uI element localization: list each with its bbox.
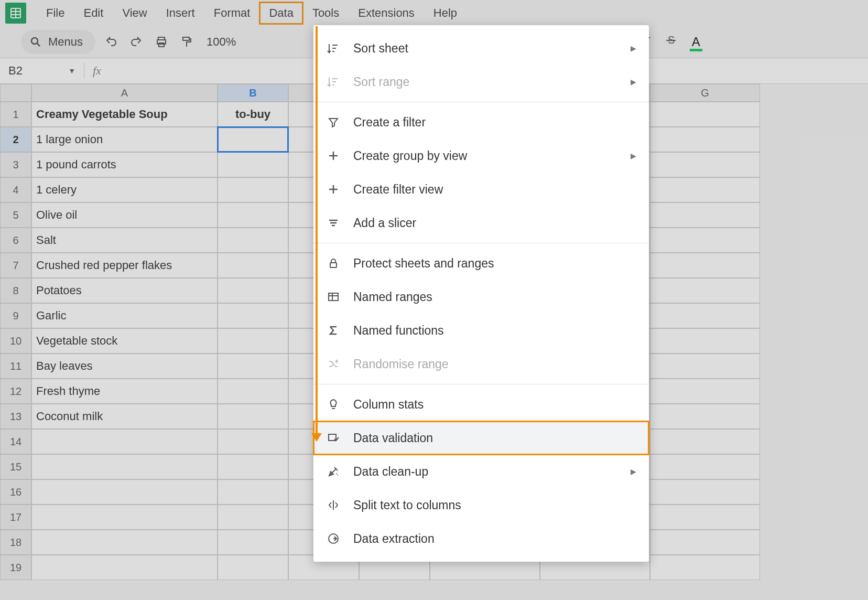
cell-B18[interactable] [218, 530, 288, 555]
row-header-6[interactable]: 6 [0, 228, 31, 253]
cell-B1[interactable]: to-buy [218, 102, 288, 127]
menu-file[interactable]: File [37, 2, 74, 24]
row-header-14[interactable]: 14 [0, 429, 31, 454]
menu-item-named-ranges[interactable]: Named ranges [313, 280, 649, 314]
cell-A17[interactable] [31, 505, 218, 530]
menu-edit[interactable]: Edit [74, 2, 113, 24]
row-header-7[interactable]: 7 [0, 253, 31, 278]
cell-G15[interactable] [650, 454, 760, 479]
row-header-18[interactable]: 18 [0, 530, 31, 555]
row-header-11[interactable]: 11 [0, 353, 31, 379]
cell-A11[interactable]: Bay leaves [31, 353, 218, 379]
row-header-1[interactable]: 1 [0, 102, 31, 127]
print-button[interactable] [152, 33, 171, 51]
redo-button[interactable] [127, 33, 146, 51]
cell-B5[interactable] [218, 202, 288, 228]
column-header-B[interactable]: B [218, 84, 288, 102]
cell-A13[interactable]: Coconut milk [31, 404, 218, 429]
cell-A3[interactable]: 1 pound carrots [31, 152, 218, 177]
undo-button[interactable] [102, 33, 121, 51]
menus-search[interactable]: Menus [21, 30, 95, 54]
strikethrough-button[interactable]: S [660, 34, 681, 50]
menu-tools[interactable]: Tools [303, 2, 349, 24]
cell-A7[interactable]: Crushed red pepper flakes [31, 253, 218, 278]
cell-G14[interactable] [650, 429, 760, 454]
cell-B10[interactable] [218, 328, 288, 353]
menu-view[interactable]: View [113, 2, 156, 24]
cell-G17[interactable] [650, 505, 760, 530]
menu-item-data-clean-up[interactable]: Data clean-up▶ [313, 455, 649, 488]
cell-B17[interactable] [218, 505, 288, 530]
menu-item-create-group-by-view[interactable]: Create group by view▶ [313, 139, 649, 173]
cell-B13[interactable] [218, 404, 288, 429]
cell-B2[interactable] [218, 127, 288, 152]
cell-A18[interactable] [31, 530, 218, 555]
menu-insert[interactable]: Insert [157, 2, 204, 24]
cell-A15[interactable] [31, 454, 218, 479]
cell-A9[interactable]: Garlic [31, 303, 218, 328]
row-header-3[interactable]: 3 [0, 152, 31, 177]
cell-B19[interactable] [218, 555, 288, 580]
cell-G10[interactable] [650, 328, 760, 353]
cell-A4[interactable]: 1 celery [31, 177, 218, 202]
cell-G11[interactable] [650, 353, 760, 379]
menu-item-data-extraction[interactable]: Data extraction [313, 522, 649, 555]
cell-A1[interactable]: Creamy Vegetable Soup [31, 102, 218, 127]
row-header-15[interactable]: 15 [0, 454, 31, 479]
cell-B11[interactable] [218, 353, 288, 379]
row-header-19[interactable]: 19 [0, 555, 31, 580]
menu-item-create-filter-view[interactable]: Create filter view [313, 173, 649, 206]
cell-A8[interactable]: Potatoes [31, 278, 218, 303]
cell-B12[interactable] [218, 379, 288, 404]
cell-B7[interactable] [218, 253, 288, 278]
row-header-8[interactable]: 8 [0, 278, 31, 303]
row-header-9[interactable]: 9 [0, 303, 31, 328]
cell-B3[interactable] [218, 152, 288, 177]
cell-A10[interactable]: Vegetable stock [31, 328, 218, 353]
text-color-button[interactable]: A [688, 35, 704, 49]
cell-B16[interactable] [218, 479, 288, 505]
cell-A12[interactable]: Fresh thyme [31, 379, 218, 404]
cell-B8[interactable] [218, 278, 288, 303]
menu-item-split-text-to-columns[interactable]: Split text to columns [313, 488, 649, 522]
column-header-G[interactable]: G [650, 84, 760, 102]
row-header-17[interactable]: 17 [0, 505, 31, 530]
cell-G8[interactable] [650, 278, 760, 303]
row-header-13[interactable]: 13 [0, 404, 31, 429]
cell-G16[interactable] [650, 479, 760, 505]
row-header-4[interactable]: 4 [0, 177, 31, 202]
menu-item-add-a-slicer[interactable]: Add a slicer [313, 206, 649, 240]
row-header-16[interactable]: 16 [0, 479, 31, 505]
cell-G2[interactable] [650, 127, 760, 152]
menu-item-data-validation[interactable]: Data validation [313, 421, 649, 455]
cell-G12[interactable] [650, 379, 760, 404]
row-header-12[interactable]: 12 [0, 379, 31, 404]
cell-B6[interactable] [218, 228, 288, 253]
column-header-A[interactable]: A [31, 84, 218, 102]
cell-G7[interactable] [650, 253, 760, 278]
cell-A19[interactable] [31, 555, 218, 580]
cell-G19[interactable] [650, 555, 760, 580]
menu-format[interactable]: Format [204, 2, 260, 24]
cell-G4[interactable] [650, 177, 760, 202]
menu-data[interactable]: Data [259, 2, 302, 24]
cell-G1[interactable] [650, 102, 760, 127]
row-header-2[interactable]: 2 [0, 127, 31, 152]
menu-help[interactable]: Help [424, 2, 466, 24]
paint-format-button[interactable] [177, 33, 196, 51]
cell-B9[interactable] [218, 303, 288, 328]
menu-extensions[interactable]: Extensions [349, 2, 424, 24]
menu-item-column-stats[interactable]: Column stats [313, 388, 649, 421]
cell-G5[interactable] [650, 202, 760, 228]
cell-G13[interactable] [650, 404, 760, 429]
name-box[interactable]: B2 ▼ [0, 64, 84, 78]
cell-A2[interactable]: 1 large onion [31, 127, 218, 152]
cell-A14[interactable] [31, 429, 218, 454]
sheets-logo[interactable] [5, 3, 26, 24]
cell-A16[interactable] [31, 479, 218, 505]
row-header-5[interactable]: 5 [0, 202, 31, 228]
menu-item-create-a-filter[interactable]: Create a filter [313, 105, 649, 139]
cell-A6[interactable]: Salt [31, 228, 218, 253]
menu-item-sort-sheet[interactable]: Sort sheet▶ [313, 31, 649, 65]
cell-B4[interactable] [218, 177, 288, 202]
